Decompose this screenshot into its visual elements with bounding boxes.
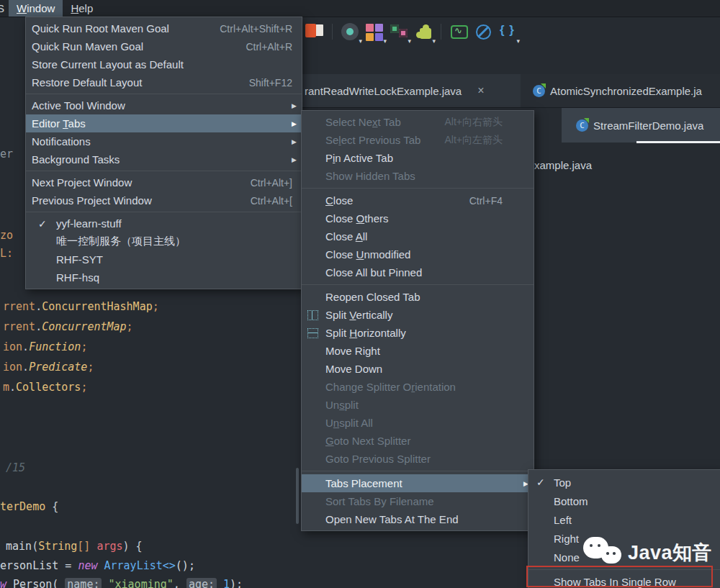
menu-item-label: Show Hidden Tabs (325, 170, 415, 182)
menu-item-restore-default-layout[interactable]: Restore Default LayoutShift+F12 (26, 73, 302, 91)
submenu-item-sort-tabs-by-filename: Sort Tabs By Filename (302, 492, 534, 510)
toolbar-separator (441, 24, 441, 40)
menu-item-label: Goto Next Splitter (325, 435, 410, 447)
submenu-item-close-all-but-pinned[interactable]: Close All but Pinned (302, 263, 534, 281)
menu-item-shortcut: Ctrl+Alt+[ (251, 195, 302, 207)
menu-item-label: Change Splitter Orientation (325, 381, 456, 393)
code-line: m.Collectors; (3, 381, 87, 394)
menu-separator (302, 281, 534, 288)
submenu-item-reopen-closed-tab[interactable]: Reopen Closed Tab (302, 288, 534, 306)
submenu-item-split-horizontally[interactable]: Split Horizontally (302, 324, 534, 342)
placement-item-top[interactable]: ✓Top (528, 473, 720, 492)
menu-item-label: Close All (325, 230, 367, 243)
code-line: terDemo { (0, 500, 58, 513)
code-line: ion.Function; (3, 340, 87, 353)
code-line: main(String[] args) { (6, 540, 143, 553)
database-blocks-icon[interactable]: ▾ (390, 22, 408, 41)
menu-item-notifications[interactable]: Notifications▶ (26, 132, 302, 150)
menubar-edge-fragment: S (0, 2, 9, 14)
placement-item-left[interactable]: Left (528, 510, 720, 529)
record-run-icon[interactable]: ▾ (341, 22, 359, 41)
close-tab-icon[interactable]: × (477, 84, 484, 97)
menu-item-store-current-layout-as-default[interactable]: Store Current Layout as Default (26, 55, 302, 73)
split-vertically-icon (307, 310, 318, 320)
submenu-item-goto-previous-splitter: Goto Previous Splitter (302, 450, 534, 468)
menu-item-label: Left (554, 514, 572, 526)
menu-item-label: 唯一控制服务（项目主线） (56, 235, 186, 248)
tab-atomicsynchronizedexample[interactable]: AtomicSynchronizedExample.ja (533, 74, 720, 107)
menu-item-label: Goto Previous Splitter (325, 453, 431, 465)
submenu-item-move-down[interactable]: Move Down (302, 360, 534, 378)
menu-item-label: Pin Active Tab (325, 152, 393, 164)
menu-item-rhf-hsq[interactable]: RHF-hsq (26, 268, 302, 286)
menu-item-label: Close Unmodified (325, 248, 410, 261)
puzzle-plugin-icon[interactable]: ▾ (414, 22, 433, 41)
menu-item-active-tool-window[interactable]: Active Tool Window▶ (26, 96, 302, 114)
submenu-item-close[interactable]: CloseCtrl+F4 (302, 191, 534, 209)
editor-scrollbar[interactable] (296, 468, 299, 524)
menu-item-editor-tabs[interactable]: Editor Tabs▶ (26, 114, 302, 132)
tab-streamfilterdemo[interactable]: StreamFilterDemo.java (562, 108, 720, 143)
prohibit-icon[interactable] (474, 22, 492, 41)
menubar-item-window[interactable]: Window (9, 0, 63, 17)
submenu-item-close-unmodified[interactable]: Close Unmodified (302, 245, 534, 263)
maven-doc-icon[interactable] (305, 22, 324, 41)
selected-tab-underline (636, 141, 720, 143)
menu-item-shortcut: Alt+向右箭头 (444, 116, 534, 129)
code-line: rrent.ConcurrentMap; (3, 320, 133, 333)
menubar-item-help[interactable]: Help (63, 0, 101, 17)
menu-item-label: Unsplit (325, 399, 359, 411)
menu-item-label: Right (554, 533, 579, 545)
menu-item-label: Previous Project Window (32, 194, 152, 207)
menu-item-quick-run-maven-goal[interactable]: Quick Run Maven GoalCtrl+Alt+R (26, 37, 302, 55)
submenu-item-move-right[interactable]: Move Right (302, 342, 534, 360)
checkmark-icon: ✓ (536, 476, 545, 488)
menu-item-label: Unsplit All (325, 417, 373, 429)
menu-item-label: Select Previous Tab (325, 134, 420, 146)
code-braces-icon[interactable]: ▾ (498, 22, 517, 41)
menu-item-label: RHF-hsq (56, 271, 99, 284)
checkmark-icon: ✓ (38, 218, 47, 230)
code-line: rrent.ConcurrentHashMap; (3, 300, 159, 313)
code-line: ion.Predicate; (3, 361, 94, 374)
menu-item-rhf-syt[interactable]: RHF-SYT (26, 250, 302, 268)
class-icon (533, 85, 545, 97)
menu-bar: S WindowHelp (0, 0, 720, 17)
wechat-logo-icon (583, 535, 622, 570)
menu-item-previous-project-window[interactable]: Previous Project WindowCtrl+Alt+[ (26, 191, 302, 209)
submenu-item-close-others[interactable]: Close Others (302, 209, 534, 227)
submenu-item-select-next-tab: Select Next TabAlt+向右箭头 (302, 113, 534, 131)
menu-item-唯一控制服务-项目主线[interactable]: 唯一控制服务（项目主线） (26, 232, 302, 250)
placement-item-bottom[interactable]: Bottom (528, 492, 720, 510)
menu-item-label: Bottom (554, 495, 588, 507)
submenu-item-pin-active-tab[interactable]: Pin Active Tab (302, 149, 534, 167)
class-icon (576, 119, 588, 132)
menu-item-label: Select Next Tab (325, 116, 401, 128)
submenu-item-close-all[interactable]: Close All (302, 227, 534, 245)
submenu-item-goto-next-splitter: Goto Next Splitter (302, 432, 534, 450)
tab-reentrantreadwritelockexample[interactable]: rantReadWriteLockExample.java × (301, 74, 521, 107)
menu-item-quick-run-root-maven-goal[interactable]: Quick Run Root Maven GoalCtrl+Alt+Shift+… (26, 19, 302, 37)
submenu-item-split-vertically[interactable]: Split Vertically (302, 306, 534, 324)
editor-tabs-submenu-popup: Select Next TabAlt+向右箭头Select Previous T… (301, 110, 534, 531)
submenu-item-open-new-tabs-at-the-end[interactable]: Open New Tabs At The End (302, 510, 534, 528)
submenu-item-tabs-placement[interactable]: Tabs Placement▶ (302, 474, 534, 492)
menu-item-label: Next Project Window (32, 176, 132, 189)
menu-item-label: Notifications (32, 135, 91, 148)
menu-item-yyf-learn-stuff[interactable]: ✓yyf-learn-stuff (26, 214, 302, 232)
menu-separator (302, 468, 534, 474)
menu-item-label: None (554, 551, 580, 564)
toolbar-separator (332, 24, 333, 40)
monitor-icon[interactable] (449, 22, 468, 41)
color-blocks-icon[interactable]: ▾ (365, 22, 384, 41)
menu-separator (26, 209, 302, 214)
submenu-arrow-icon: ▶ (292, 102, 297, 109)
submenu-item-unsplit-all: Unsplit All (302, 414, 534, 432)
menu-item-background-tasks[interactable]: Background Tasks▶ (26, 150, 302, 168)
split-horizontally-icon (307, 328, 318, 338)
watermark: Java知音 (583, 535, 712, 570)
dropdown-arrow-icon: ▾ (408, 37, 411, 45)
menu-item-next-project-window[interactable]: Next Project WindowCtrl+Alt+] (26, 173, 302, 191)
code-line: ersonList = new ArrayList<>(); (0, 559, 195, 572)
code-line: zo (0, 229, 13, 242)
